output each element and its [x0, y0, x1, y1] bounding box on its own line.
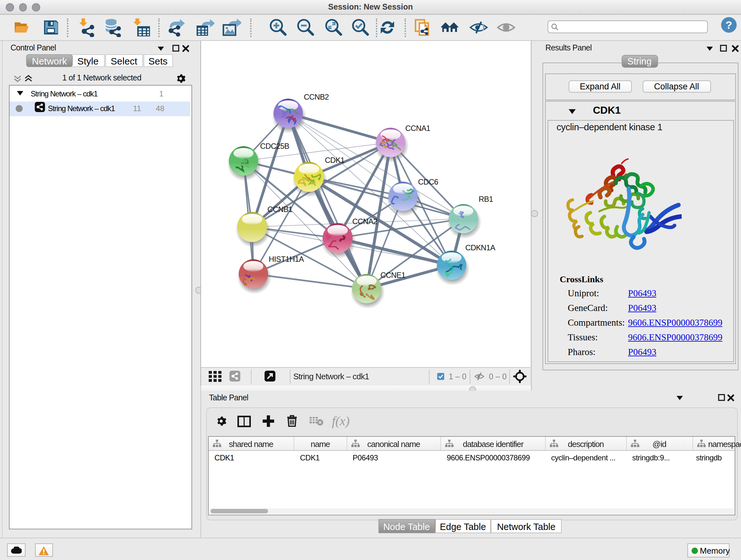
svg-text:CDC6: CDC6	[418, 177, 438, 186]
svg-text:CDC25B: CDC25B	[260, 141, 289, 150]
svg-text:?: ?	[726, 19, 732, 31]
svg-text:CDK1: CDK1	[325, 155, 345, 164]
svg-text:CCNB2: CCNB2	[304, 92, 329, 101]
svg-text:CDKN1A: CDKN1A	[465, 243, 495, 252]
svg-text:CCNB1: CCNB1	[267, 205, 293, 213]
svg-text:CCNA1: CCNA1	[405, 124, 430, 132]
svg-text:CCNE1: CCNE1	[381, 270, 406, 279]
svg-text:CCNA2: CCNA2	[352, 217, 378, 226]
svg-text:HIST1H1A: HIST1H1A	[269, 254, 304, 263]
svg-text:RB1: RB1	[479, 194, 493, 203]
